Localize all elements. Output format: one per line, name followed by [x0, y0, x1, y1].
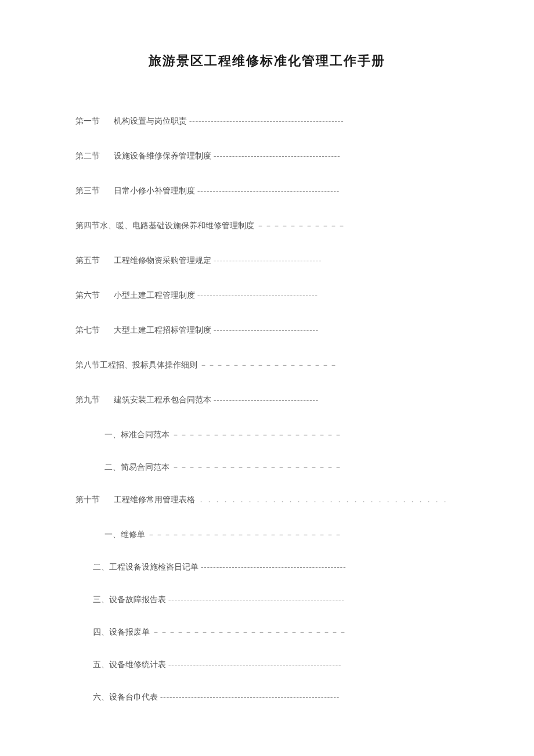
toc-text: 二、简易合同范本 [104, 462, 169, 473]
toc-text: 水、暖、电路基础设施保养和维修管理制度 [100, 221, 254, 231]
toc-text: 工程维修常用管理表格 [114, 495, 195, 505]
toc-leader: ----------------------------------------… [168, 595, 459, 604]
toc-leader: －－－－－－－－－－－－－－－－－－－－－ [172, 430, 459, 440]
toc-section-10: 第十节 工程维修常用管理表格 ．．．．．．．．．．．．．．．．．．．．．．．．．… [75, 495, 459, 505]
toc-label: 第一节 [75, 116, 100, 127]
toc-leader: ---------------------------------- [214, 326, 459, 335]
toc-label: 第二节 [75, 151, 100, 161]
toc-section-10f: 六、设备台巾代表 -------------------------------… [75, 692, 459, 703]
toc-section-10d: 四、设备报废单 －－－－－－－－－－－－－－－－－－－－－－－－ [75, 627, 459, 638]
toc-leader: ----------------------------------------… [160, 693, 459, 702]
toc-leader: －－－－－－－－－－－－－－－－－－－－－ [172, 462, 459, 473]
toc-section-2: 第二节 设施设备维修保养管理制度 -----------------------… [75, 151, 459, 161]
toc-leader: ----------------------------------------… [168, 660, 459, 669]
toc-label: 第九节 [75, 395, 100, 405]
document-title: 旅游景区工程维修标准化管理工作手册 [75, 52, 459, 70]
toc-section-10c: 三、设备故障报告表 ------------------------------… [75, 595, 459, 605]
toc-text: 设施设备维修保养管理制度 [114, 151, 211, 161]
toc-label: 第六节 [75, 290, 100, 301]
toc-text: 二、工程设备设施检咨日记单 [93, 562, 199, 573]
toc-section-6: 第六节 小型土建工程管理制度 -------------------------… [75, 290, 459, 301]
toc-section-1: 第一节 机构设置与岗位职责 --------------------------… [75, 116, 459, 127]
toc-leader: －－－－－－－－－－－ [257, 221, 459, 231]
toc-section-9: 第九节 建筑安装工程承包合同范本 -----------------------… [75, 395, 459, 405]
toc-leader: ----------------------------------------… [189, 117, 459, 126]
toc-leader: －－－－－－－－－－－－－－－－－－－－－－－－ [152, 627, 459, 638]
toc-text: 建筑安装工程承包合同范本 [114, 395, 211, 405]
toc-text: 四、设备报废单 [93, 627, 150, 638]
toc-leader: ----------------------------------- [214, 256, 459, 265]
toc-section-3: 第三节 日常小修小补管理制度 -------------------------… [75, 186, 459, 196]
toc-label: 第三节 [75, 186, 100, 196]
table-of-contents: 第一节 机构设置与岗位职责 --------------------------… [75, 116, 459, 703]
toc-label: 第五节 [75, 255, 100, 266]
toc-text: 一、标准合同范本 [104, 430, 169, 440]
toc-text: 日常小修小补管理制度 [114, 186, 195, 196]
toc-leader: ----------------------------------------… [214, 152, 459, 161]
toc-text: 大型土建工程招标管理制度 [114, 325, 211, 336]
toc-section-10a: 一、维修单 －－－－－－－－－－－－－－－－－－－－－－－－ [75, 530, 459, 540]
toc-section-9b: 二、简易合同范本 －－－－－－－－－－－－－－－－－－－－－ [75, 462, 459, 473]
toc-leader: －－－－－－－－－－－－－－－－－－－－－－－－ [147, 530, 459, 540]
toc-text: 机构设置与岗位职责 [114, 116, 187, 127]
toc-text: 六、设备台巾代表 [93, 692, 158, 703]
toc-section-4: 第四节 水、暖、电路基础设施保养和维修管理制度 －－－－－－－－－－－ [75, 221, 459, 231]
toc-text: 小型土建工程管理制度 [114, 290, 195, 301]
toc-leader: ．．．．．．．．．．．．．．．．．．．．．．．．．．．．．．． [197, 495, 459, 505]
toc-leader: －－－－－－－－－－－－－－－－－ [200, 360, 459, 370]
toc-text: 工程招、投标具体操作细则 [100, 360, 197, 370]
toc-section-9a: 一、标准合同范本 －－－－－－－－－－－－－－－－－－－－－ [75, 430, 459, 440]
toc-section-7: 第七节 大型土建工程招标管理制度 -----------------------… [75, 325, 459, 336]
toc-section-10b: 二、工程设备设施检咨日记单 --------------------------… [75, 562, 459, 573]
toc-text: 三、设备故障报告表 [93, 595, 166, 605]
toc-section-10e: 五、设备维修统计表 ------------------------------… [75, 660, 459, 670]
toc-text: 工程维修物资采购管理规定 [114, 255, 211, 266]
toc-label: 第十节 [75, 495, 100, 505]
toc-text: 五、设备维修统计表 [93, 660, 166, 670]
toc-section-5: 第五节 工程维修物资采购管理规定 -----------------------… [75, 255, 459, 266]
toc-leader: ---------------------------------- [214, 395, 459, 405]
toc-leader: ----------------------------------------… [201, 563, 459, 572]
toc-leader: ----------------------------------------… [197, 186, 459, 196]
toc-section-8: 第八节 工程招、投标具体操作细则 －－－－－－－－－－－－－－－－－ [75, 360, 459, 370]
toc-leader: --------------------------------------- [197, 291, 459, 300]
toc-label: 第七节 [75, 325, 100, 336]
toc-label: 第四节 [75, 221, 100, 231]
toc-label: 第八节 [75, 360, 100, 370]
toc-text: 一、维修单 [104, 530, 145, 540]
